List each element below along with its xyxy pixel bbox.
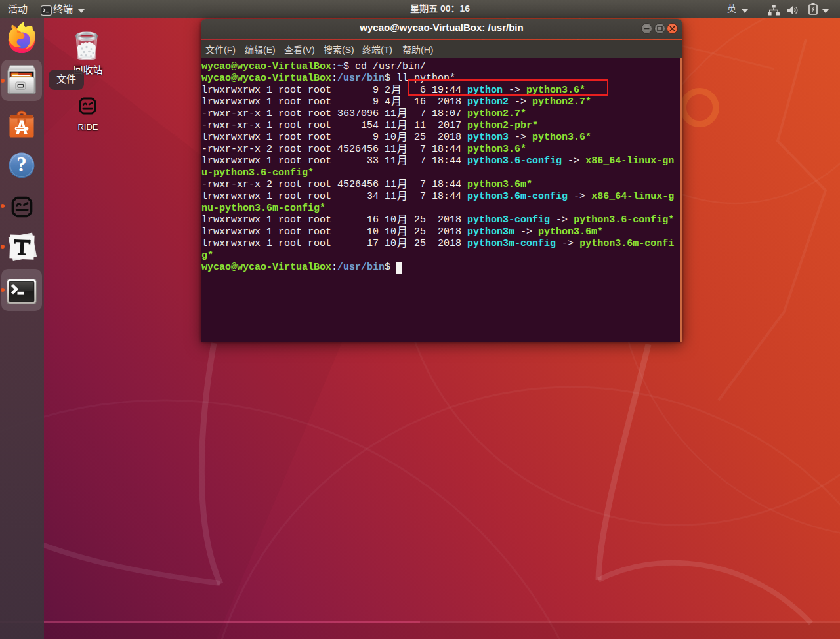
svg-text:?: ? <box>16 153 27 176</box>
